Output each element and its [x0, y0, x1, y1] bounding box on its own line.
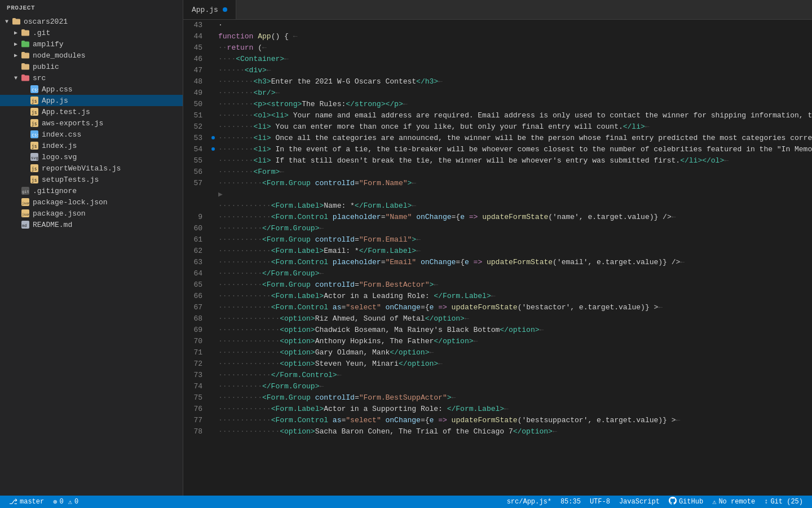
folder-icon	[20, 28, 30, 37]
no-remote-label: No remote	[718, 498, 755, 506]
encoding-label: UTF-8	[590, 498, 610, 506]
code-line-48: 48 ········<h3>Enter the 2021 W-G Oscars…	[183, 76, 812, 87]
github-label: GitHub	[679, 498, 703, 506]
tab-label: App.js	[192, 6, 218, 14]
svg-text:json: json	[22, 201, 29, 205]
git-item[interactable]: ↕ Git (25)	[760, 498, 807, 506]
sidebar-label: amplify	[33, 40, 64, 49]
status-right: src/App.js* 85:35 UTF-8 JavaScript GitHu…	[502, 497, 807, 507]
sidebar-item-app-css[interactable]: css App.css	[0, 84, 183, 95]
sidebar-label: .gitignore	[33, 187, 77, 195]
arrow-icon: ▼	[2, 19, 11, 25]
svg-text:js: js	[32, 110, 37, 115]
arrow-icon: ▼	[11, 75, 20, 81]
code-line-52: 52 ········<li> You can enter more than …	[183, 121, 812, 133]
sidebar-item-package-lock[interactable]: json package-lock.json	[0, 196, 183, 208]
sidebar-label: README.md	[33, 221, 72, 229]
code-line-47: 47 ······<div>←	[183, 65, 812, 76]
git-branch-label: master	[20, 498, 44, 506]
encoding-item[interactable]: UTF-8	[585, 498, 615, 506]
arrow-icon: ▶	[11, 41, 20, 47]
sidebar-item-readme[interactable]: md README.md	[0, 219, 183, 230]
github-item[interactable]: GitHub	[664, 497, 708, 507]
svg-text:json: json	[22, 212, 29, 217]
sidebar-item-amplify[interactable]: ▶ amplify	[0, 38, 183, 50]
sidebar-label: package-lock.json	[33, 198, 108, 207]
error-icon: ⊗	[53, 498, 57, 506]
code-line-64: 64 ··········</Form.Group>←	[183, 268, 812, 279]
svg-text:css: css	[32, 87, 38, 93]
sidebar-item-package-json[interactable]: json package.json	[0, 208, 183, 219]
svg-text:git: git	[22, 190, 29, 194]
error-warning-item[interactable]: ⊗ 0 ⚠ 0	[48, 498, 83, 506]
code-line-51: 51 ········<ol><li> Your name and email …	[183, 110, 812, 121]
sidebar-label: node_modules	[33, 51, 86, 60]
file-js-icon: js	[29, 175, 39, 184]
position-item[interactable]: 85:35	[556, 498, 585, 506]
sidebar-item-app-test[interactable]: js App.test.js	[0, 106, 183, 117]
sidebar-label: App.js	[42, 97, 68, 105]
tab-app-js[interactable]: App.js	[183, 0, 236, 19]
code-line-59: ············<Form.Label>Name: *</Form.La…	[183, 200, 812, 212]
code-line-78: 78 ··············<option>Sacha Baron Coh…	[183, 426, 812, 437]
github-icon	[669, 497, 677, 507]
tab-bar: App.js	[183, 0, 812, 20]
file-js-icon: js	[29, 96, 39, 105]
sidebar-item-logo-svg[interactable]: svg logo.svg	[0, 151, 183, 163]
code-line-44: 44 function App() { ←	[183, 31, 812, 42]
code-line-69: 69 ··············<option>Chadwick Bosema…	[183, 325, 812, 336]
sidebar-item-aws-exports[interactable]: js aws-exports.js	[0, 117, 183, 129]
code-line-66: 66 ············<Form.Label>Actor in a Le…	[183, 291, 812, 302]
warning-count: 0	[74, 498, 78, 506]
file-path-item[interactable]: src/App.js*	[502, 498, 556, 506]
svg-text:css: css	[32, 133, 38, 138]
file-json-icon: json	[20, 209, 30, 218]
sidebar-item-oscars2021[interactable]: ▼ oscars2021	[0, 16, 183, 27]
svg-text:js: js	[32, 167, 37, 172]
svg-text:js: js	[32, 144, 37, 149]
sidebar-item-src[interactable]: ▼ src	[0, 72, 183, 84]
sidebar-item-gitignore[interactable]: git .gitignore	[0, 185, 183, 196]
git-branch-icon: ⎇	[9, 497, 17, 506]
folder-src-icon	[20, 73, 30, 82]
code-line-43: 43 ·	[183, 20, 812, 31]
no-remote-item[interactable]: ⚠ No remote	[708, 498, 760, 506]
sidebar-label: src	[33, 74, 46, 82]
sidebar-item-index-css[interactable]: css index.css	[0, 129, 183, 140]
file-json-icon: json	[20, 198, 30, 207]
sidebar-item-public[interactable]: public	[0, 61, 183, 72]
sidebar-item-index-js[interactable]: js index.js	[0, 140, 183, 151]
code-line-58: ▶	[183, 189, 812, 200]
language-item[interactable]: JavaScript	[615, 498, 664, 506]
sidebar-label: .git	[33, 29, 50, 37]
sidebar-label: aws-exports.js	[42, 119, 103, 128]
sidebar-label: logo.svg	[42, 153, 77, 161]
code-line-76: 76 ············<Form.Label>Actor in a Su…	[183, 404, 812, 415]
sidebar-item-setup-tests[interactable]: js setupTests.js	[0, 174, 183, 185]
sidebar-label: App.test.js	[42, 108, 90, 116]
status-left: ⎇ master ⊗ 0 ⚠ 0	[5, 497, 83, 506]
code-line-61: 61 ··········<Form.Group controlId="Form…	[183, 234, 812, 246]
svg-text:js: js	[32, 178, 37, 183]
sidebar-item-report-web[interactable]: js reportWebVitals.js	[0, 163, 183, 174]
file-js-icon: js	[29, 119, 39, 128]
svg-text:svg: svg	[31, 156, 38, 160]
code-editor[interactable]: 43 · 44 function App() { ← 45 ··return (…	[183, 20, 812, 496]
sidebar-item-app-js[interactable]: js App.js	[0, 95, 183, 106]
modified-dot	[223, 7, 227, 12]
code-line-72: 72 ··············<option>Steven Yeun, Mi…	[183, 358, 812, 370]
code-line-56: 56 ········<Form>←	[183, 167, 812, 178]
code-line-68: 68 ··············<option>Riz Ahmed, Soun…	[183, 313, 812, 325]
sidebar-item-git[interactable]: ▶ .git	[0, 27, 183, 38]
svg-text:md: md	[22, 224, 27, 228]
sidebar-label: index.js	[42, 142, 77, 150]
sidebar-item-node-modules[interactable]: ▶ node_modules	[0, 50, 183, 61]
file-css-icon: css	[29, 130, 39, 139]
arrow-icon: ▶	[11, 29, 20, 36]
folder-icon	[11, 17, 21, 26]
error-count: 0	[59, 498, 63, 506]
git-branch-item[interactable]: ⎇ master	[5, 497, 48, 506]
code-line-46: 46 ····<Container>←	[183, 54, 812, 65]
warning-circle-icon: ⚠	[712, 498, 716, 506]
svg-text:js: js	[32, 121, 37, 126]
